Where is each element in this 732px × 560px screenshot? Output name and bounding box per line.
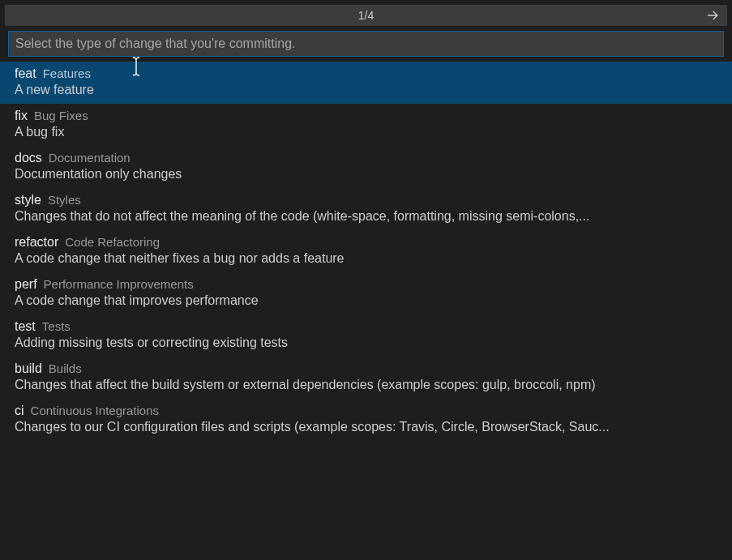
- commit-type-item[interactable]: featFeaturesA new feature: [0, 62, 732, 104]
- item-header: refactorCode Refactoring: [15, 235, 717, 250]
- next-step-button[interactable]: [704, 7, 721, 24]
- item-key: docs: [15, 151, 42, 165]
- step-counter: 1/4: [358, 9, 374, 22]
- item-key: fix: [15, 109, 28, 123]
- item-key: feat: [15, 66, 36, 81]
- item-key: test: [15, 319, 36, 334]
- item-header: styleStyles: [15, 193, 717, 207]
- item-label: Styles: [48, 193, 81, 207]
- commit-type-item[interactable]: perfPerformance ImprovementsA code chang…: [0, 272, 732, 314]
- item-description: Documentation only changes: [15, 167, 717, 182]
- item-header: buildBuilds: [15, 361, 717, 376]
- commit-type-item[interactable]: styleStylesChanges that do not affect th…: [0, 188, 732, 230]
- item-description: A new feature: [15, 83, 717, 97]
- item-description: Changes that affect the build system or …: [15, 378, 717, 392]
- item-description: Changes that do not affect the meaning o…: [15, 209, 717, 224]
- item-label: Performance Improvements: [44, 277, 194, 291]
- arrow-right-icon: [704, 7, 721, 24]
- quickpick-panel: 1/4 featFeaturesA new featurefixBug Fixe…: [0, 0, 732, 441]
- item-label: Documentation: [49, 151, 131, 165]
- commit-type-item[interactable]: docsDocumentationDocumentation only chan…: [0, 146, 732, 188]
- item-key: refactor: [15, 235, 58, 250]
- item-header: ciContinuous Integrations: [15, 404, 717, 418]
- commit-type-item[interactable]: ciContinuous IntegrationsChanges to our …: [0, 399, 732, 441]
- item-description: Adding missing tests or correcting exist…: [15, 336, 717, 350]
- item-label: Bug Fixes: [34, 109, 88, 122]
- item-key: build: [15, 361, 42, 376]
- commit-type-input[interactable]: [8, 31, 724, 57]
- item-header: docsDocumentation: [15, 151, 717, 165]
- item-label: Builds: [49, 361, 82, 375]
- item-description: A code change that improves performance: [15, 293, 717, 308]
- item-label: Tests: [42, 319, 71, 333]
- item-key: ci: [15, 404, 24, 418]
- item-description: Changes to our CI configuration files an…: [15, 420, 717, 434]
- item-label: Features: [43, 66, 91, 80]
- commit-type-list: featFeaturesA new featurefixBug FixesA b…: [0, 62, 732, 441]
- item-key: perf: [15, 277, 37, 292]
- input-wrapper: [8, 31, 724, 57]
- item-header: featFeatures: [15, 66, 717, 81]
- item-key: style: [15, 193, 41, 207]
- item-label: Continuous Integrations: [31, 404, 159, 417]
- item-description: A code change that neither fixes a bug n…: [15, 251, 717, 266]
- item-header: fixBug Fixes: [15, 109, 717, 123]
- item-label: Code Refactoring: [65, 235, 160, 249]
- commit-type-item[interactable]: buildBuildsChanges that affect the build…: [0, 357, 732, 399]
- commit-type-item[interactable]: fixBug FixesA bug fix: [0, 104, 732, 146]
- step-header: 1/4: [5, 5, 727, 26]
- item-description: A bug fix: [15, 125, 717, 139]
- item-header: testTests: [15, 319, 717, 334]
- commit-type-item[interactable]: refactorCode RefactoringA code change th…: [0, 230, 732, 272]
- item-header: perfPerformance Improvements: [15, 277, 717, 292]
- commit-type-item[interactable]: testTestsAdding missing tests or correct…: [0, 314, 732, 357]
